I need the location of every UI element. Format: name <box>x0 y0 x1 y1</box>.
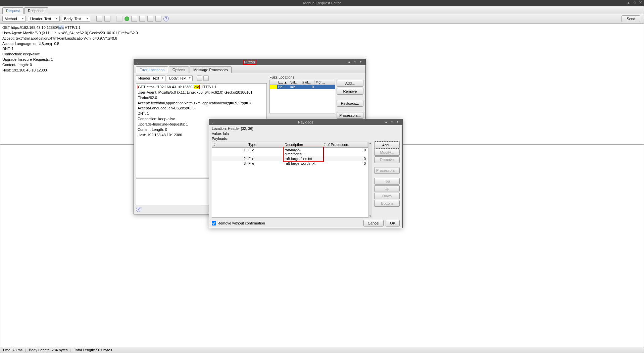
window-title: Manual Request Editor <box>0 1 644 5</box>
remove-confirm-input[interactable] <box>212 221 216 225</box>
fuzz-payloads-button[interactable]: Payloads... <box>337 100 363 107</box>
tab-request[interactable]: Request <box>2 7 23 14</box>
payloads-maximize-icon[interactable]: ○ <box>391 120 395 123</box>
toolbar-button-7[interactable] <box>155 16 161 22</box>
fuzzer-path-highlight: lala <box>194 85 199 89</box>
payloads-close-icon[interactable]: ● <box>397 120 400 123</box>
chevron-down-icon[interactable]: ⌄ <box>136 60 139 64</box>
close-icon[interactable]: ✕ <box>639 1 643 4</box>
payload-remove-button[interactable]: Remove <box>374 156 400 163</box>
payload-down-button[interactable]: Down <box>374 193 400 199</box>
send-button[interactable]: Send <box>622 15 640 22</box>
payload-modify-button[interactable]: Modify... <box>374 149 400 156</box>
fuzzer-view-btn-2[interactable] <box>203 75 209 81</box>
help-icon[interactable]: ? <box>163 16 169 21</box>
fuzz-locations-label: Fuzz Locations: <box>269 75 363 79</box>
col-processors[interactable]: # of Processors <box>322 142 368 147</box>
fl-col-value[interactable]: Val... <box>289 80 301 85</box>
highlight-annotation <box>283 147 324 162</box>
method-dropdown[interactable]: Method <box>2 16 26 22</box>
fuzzer-maximize-icon[interactable]: ○ <box>354 60 358 63</box>
payloads-title: Payloads <box>209 120 402 124</box>
toolbar-button-2[interactable] <box>104 16 110 22</box>
header-view-dropdown[interactable]: Header: Text <box>28 16 60 22</box>
toolbar-button-5[interactable] <box>139 16 145 22</box>
payload-add-button[interactable]: Add... <box>374 142 400 148</box>
fuzzer-title: Fuzzer <box>243 60 256 65</box>
toolbar-button-4[interactable] <box>131 16 137 22</box>
fuzzer-close-icon[interactable]: ● <box>360 60 363 63</box>
fuzz-remove-button[interactable]: Remove <box>337 88 363 95</box>
status-bar: Time: 78 ms | Body Length: 284 bytes | T… <box>0 347 644 353</box>
minimize-icon[interactable]: ▴ <box>628 1 631 4</box>
status-total-length: Total Length: 501 bytes <box>74 348 112 352</box>
payload-bottom-button[interactable]: Bottom <box>374 200 400 207</box>
fuzzer-help-icon[interactable]: ? <box>136 207 141 212</box>
payload-processors-button[interactable]: Processors... <box>374 167 400 174</box>
toolbar-button-6[interactable] <box>147 16 153 22</box>
payload-top-button[interactable]: Top <box>374 178 400 185</box>
payloads-location-row: Location: Header [32, 36] <box>212 127 400 131</box>
tab-options[interactable]: Options <box>169 66 189 73</box>
scrollbar[interactable] <box>368 142 372 218</box>
fuzzer-minimize-icon[interactable]: ▴ <box>348 60 352 63</box>
status-body-length: Body Length: 284 bytes <box>29 348 68 352</box>
col-type[interactable]: Type <box>247 142 283 147</box>
tab-fuzz-locations[interactable]: Fuzz Locations <box>136 66 168 73</box>
fuzz-location-row[interactable]: He... lala 0 <box>270 85 335 89</box>
fl-col-numof1[interactable]: # of... <box>301 80 315 85</box>
request-pre: GET https://192.168.43.10:12380/ <box>2 26 58 30</box>
col-number[interactable]: # <box>212 142 247 147</box>
fuzzer-body-dropdown[interactable]: Body: Text <box>167 75 193 81</box>
payloads-location-value: Header [32, 36] <box>228 127 253 131</box>
tab-response[interactable]: Response <box>24 7 48 14</box>
fuzzer-req-pre: GET https://192.168.43.10:12380/ <box>138 85 194 89</box>
toolbar-button-1[interactable] <box>96 16 102 22</box>
payloads-value-row: Value: lala <box>212 132 400 136</box>
payloads-label: Payloads: <box>212 137 400 141</box>
body-view-dropdown[interactable]: Body: Text <box>62 16 90 22</box>
request-post: HTTP/1.1 User-Agent: Mozilla/5.0 (X11; L… <box>2 26 138 72</box>
main-titlebar: Manual Request Editor ▴ ◇ ✕ <box>0 0 644 6</box>
fuzzer-tabs: Fuzz Locations Options Message Processor… <box>134 65 365 73</box>
fuzz-processors-button[interactable]: Processors... <box>337 112 363 119</box>
fuzzer-titlebar[interactable]: ⌄ Fuzzer ▴ ○ ● <box>134 59 365 65</box>
main-tabs: Request Response <box>0 6 644 14</box>
fuzz-add-button[interactable]: Add... <box>337 80 363 87</box>
payloads-dialog: ⌄ Payloads ▴ ○ ● Location: Header [32, 3… <box>209 119 403 228</box>
window-controls: ▴ ◇ ✕ <box>628 1 643 4</box>
status-time: Time: 78 ms <box>2 348 22 352</box>
fuzzer-header-dropdown[interactable]: Header: Text <box>136 75 165 81</box>
payloads-value: lala <box>223 132 229 136</box>
main-toolbar: Method Header: Text Body: Text ? Send <box>0 14 644 24</box>
fuzzer-view-btn-1[interactable] <box>197 75 202 81</box>
fuzzer-req-post1: HTTP/1.1 <box>200 85 216 89</box>
payloads-minimize-icon[interactable]: ▴ <box>385 120 389 123</box>
chevron-down-icon[interactable]: ⌄ <box>211 120 214 124</box>
tab-message-processors[interactable]: Message Processors <box>190 66 232 73</box>
fuzz-locations-headers: L... ▲ Val... # of... # of ... <box>270 80 335 85</box>
payload-up-button[interactable]: Up <box>374 185 400 192</box>
remove-confirm-checkbox[interactable]: Remove without confirmation <box>212 221 265 225</box>
cancel-button[interactable]: Cancel <box>363 220 384 226</box>
payloads-titlebar[interactable]: ⌄ Payloads ▴ ○ ● <box>209 119 402 125</box>
fl-col-numof2[interactable]: # of ... <box>315 80 335 85</box>
maximize-icon[interactable]: ◇ <box>633 1 637 4</box>
request-path-highlight: lala <box>58 26 64 30</box>
fl-col-location[interactable]: L... ▲ <box>277 80 289 85</box>
toolbar-button-3[interactable] <box>116 16 122 22</box>
ok-button[interactable]: OK <box>386 220 400 226</box>
run-icon[interactable] <box>125 16 129 21</box>
